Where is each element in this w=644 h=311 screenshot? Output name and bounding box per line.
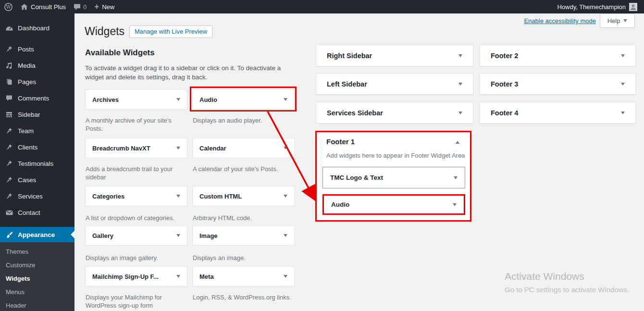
widget-name: Audio: [199, 96, 217, 103]
sidebar-item-label: Posts: [18, 46, 34, 53]
chevron-down-icon[interactable]: [454, 176, 458, 179]
chevron-down-icon[interactable]: [284, 98, 287, 101]
widget-area-footer-1-expanded[interactable]: Footer 1 Add widgets here to appear in F…: [315, 131, 471, 222]
sidebar-item-sidebar[interactable]: Sidebar: [0, 106, 74, 123]
pushpin-icon: [5, 45, 13, 53]
chevron-down-icon[interactable]: [284, 195, 287, 198]
chevron-up-icon[interactable]: [456, 141, 459, 144]
sidebar-item-team[interactable]: Team: [0, 123, 74, 139]
widget-name: Breadcrumb NavXT: [92, 145, 150, 152]
chevron-down-icon[interactable]: [453, 203, 457, 206]
chevron-down-icon[interactable]: [621, 112, 625, 114]
sidebar-item-comments[interactable]: Comments: [0, 90, 74, 106]
sidebar-item-services[interactable]: Services: [0, 188, 74, 204]
help-label: Help: [607, 17, 620, 25]
footer1-widget-tmc-logo-text[interactable]: TMC Logo & Text: [322, 167, 465, 188]
widget-area-right-sidebar[interactable]: Right Sidebar: [316, 45, 473, 66]
help-dropdown[interactable]: Help: [600, 13, 635, 28]
widget-desc: Adds a breadcrumb trail to your sidebar: [86, 165, 184, 181]
wordpress-logo-icon: W: [4, 2, 13, 12]
sidebar-item-dashboard[interactable]: Dashboard: [0, 20, 74, 36]
widget-card-mailchimp[interactable]: Mailchimp Sign-Up F...: [85, 266, 187, 286]
sidebar-item-cases[interactable]: Cases: [0, 172, 74, 188]
widget-area-footer-2[interactable]: Footer 2: [480, 45, 636, 66]
chevron-down-icon[interactable]: [284, 234, 287, 237]
chevron-down-icon[interactable]: [176, 234, 180, 237]
chevron-down-icon[interactable]: [176, 147, 180, 149]
main-content: Widgets Manage with Live Preview Enable …: [74, 13, 644, 311]
submenu-item-widgets[interactable]: Widgets: [0, 272, 74, 286]
widget-desc: A list or dropdown of categories.: [86, 214, 184, 222]
widget-desc: Displays an image gallery.: [86, 254, 184, 262]
chevron-down-icon[interactable]: [176, 195, 180, 198]
layout-icon: [5, 110, 13, 119]
widget-card-meta[interactable]: Meta: [192, 266, 295, 286]
submenu-item-menus[interactable]: Menus: [0, 286, 74, 299]
chevron-down-icon: [623, 19, 627, 22]
widget-area-name: Footer 4: [491, 109, 518, 117]
wordpress-logo-menu[interactable]: W: [0, 0, 17, 13]
envelope-icon: [5, 208, 13, 217]
submenu-item-themes[interactable]: Themes: [0, 245, 74, 259]
sidebar-item-label: Services: [18, 193, 43, 200]
chevron-down-icon[interactable]: [621, 83, 625, 86]
chevron-down-icon[interactable]: [176, 98, 180, 101]
new-content-menu[interactable]: + New: [90, 0, 118, 13]
chevron-down-icon[interactable]: [458, 112, 462, 114]
sidebar-item-clients[interactable]: Clients: [0, 139, 74, 155]
widget-desc: A monthly archive of your site's Posts.: [86, 116, 184, 133]
widget-desc: Displays your Mailchimp for WordPress si…: [86, 293, 184, 310]
my-account-menu[interactable]: Howdy, Themechampion: [550, 0, 641, 13]
submenu-item-header[interactable]: Header: [0, 299, 74, 311]
widget-area-footer-3[interactable]: Footer 3: [480, 73, 636, 95]
sidebar-item-appearance[interactable]: Appearance: [0, 227, 74, 242]
chevron-down-icon[interactable]: [458, 54, 462, 57]
footer1-widget-audio[interactable]: Audio: [322, 194, 465, 215]
site-name: Consult Plus: [31, 3, 66, 11]
sidebar-item-label: Comments: [18, 95, 49, 102]
comments-menu[interactable]: 0: [70, 0, 90, 13]
widget-area-services-sidebar[interactable]: Services Sidebar: [316, 102, 473, 124]
widget-card-gallery[interactable]: Gallery: [85, 225, 187, 246]
page-title: Widgets: [85, 25, 124, 38]
sidebar-item-contact[interactable]: Contact: [0, 204, 74, 221]
chevron-down-icon[interactable]: [621, 54, 625, 57]
chevron-down-icon[interactable]: [458, 83, 462, 86]
sidebar-item-label: Team: [18, 127, 34, 135]
widget-name: TMC Logo & Text: [330, 174, 383, 181]
sidebar-item-pages[interactable]: Pages: [0, 74, 74, 90]
chevron-down-icon[interactable]: [176, 275, 180, 278]
widget-name: Custom HTML: [199, 193, 242, 200]
widget-name: Categories: [92, 193, 124, 200]
widget-name: Meta: [199, 273, 214, 280]
pushpin-icon: [5, 175, 13, 184]
widget-card-categories[interactable]: Categories: [85, 186, 187, 206]
home-icon: [21, 3, 28, 11]
chevron-down-icon[interactable]: [284, 275, 287, 278]
accessibility-mode-link[interactable]: Enable accessibility mode: [524, 17, 596, 25]
widget-card-archives[interactable]: Archives: [85, 89, 187, 110]
widget-name: Archives: [92, 96, 119, 103]
media-icon: [5, 61, 13, 70]
widget-card-breadcrumb-navxt[interactable]: Breadcrumb NavXT: [85, 138, 187, 158]
sidebar-item-posts[interactable]: Posts: [0, 41, 74, 57]
widget-card-calendar[interactable]: Calendar: [192, 138, 295, 158]
available-widgets-heading: Available Widgets: [85, 48, 155, 58]
sidebar-item-label: Sidebar: [18, 111, 40, 118]
visit-site-link[interactable]: Consult Plus: [17, 0, 70, 13]
widget-card-image[interactable]: Image: [192, 225, 295, 246]
submenu-item-customize[interactable]: Customize: [0, 259, 74, 272]
chevron-down-icon[interactable]: [284, 147, 287, 149]
widget-desc: Displays an image.: [193, 254, 291, 262]
new-label: New: [102, 3, 114, 11]
sidebar-item-label: Clients: [18, 144, 37, 151]
widget-area-left-sidebar[interactable]: Left Sidebar: [316, 73, 473, 95]
widget-area-name: Footer 3: [491, 80, 518, 88]
widget-card-custom-html[interactable]: Custom HTML: [192, 186, 295, 206]
sidebar-item-media[interactable]: Media: [0, 57, 74, 74]
manage-live-preview-button[interactable]: Manage with Live Preview: [129, 25, 212, 38]
sidebar-item-testimonials[interactable]: Testimonials: [0, 155, 74, 172]
widget-area-footer-4[interactable]: Footer 4: [480, 102, 636, 124]
widget-card-audio[interactable]: Audio: [192, 89, 295, 110]
howdy-text: Howdy, Themechampion: [557, 3, 626, 11]
